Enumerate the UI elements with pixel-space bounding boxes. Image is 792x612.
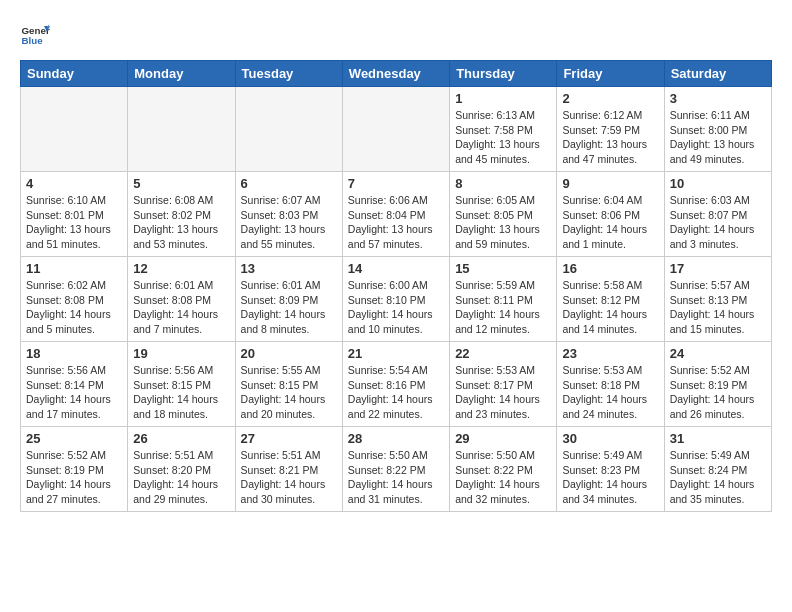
calendar-week-row: 1Sunrise: 6:13 AM Sunset: 7:58 PM Daylig…: [21, 87, 772, 172]
col-header-wednesday: Wednesday: [342, 61, 449, 87]
calendar-day-10: 10Sunrise: 6:03 AM Sunset: 8:07 PM Dayli…: [664, 172, 771, 257]
day-info: Sunrise: 6:00 AM Sunset: 8:10 PM Dayligh…: [348, 278, 444, 337]
day-info: Sunrise: 6:13 AM Sunset: 7:58 PM Dayligh…: [455, 108, 551, 167]
day-info: Sunrise: 5:59 AM Sunset: 8:11 PM Dayligh…: [455, 278, 551, 337]
day-number: 20: [241, 346, 337, 361]
logo-icon: General Blue: [20, 20, 50, 50]
day-info: Sunrise: 5:54 AM Sunset: 8:16 PM Dayligh…: [348, 363, 444, 422]
calendar-day-23: 23Sunrise: 5:53 AM Sunset: 8:18 PM Dayli…: [557, 342, 664, 427]
calendar-day-27: 27Sunrise: 5:51 AM Sunset: 8:21 PM Dayli…: [235, 427, 342, 512]
col-header-tuesday: Tuesday: [235, 61, 342, 87]
day-info: Sunrise: 5:52 AM Sunset: 8:19 PM Dayligh…: [26, 448, 122, 507]
day-info: Sunrise: 5:55 AM Sunset: 8:15 PM Dayligh…: [241, 363, 337, 422]
day-info: Sunrise: 5:56 AM Sunset: 8:14 PM Dayligh…: [26, 363, 122, 422]
day-number: 13: [241, 261, 337, 276]
day-number: 24: [670, 346, 766, 361]
day-info: Sunrise: 5:50 AM Sunset: 8:22 PM Dayligh…: [455, 448, 551, 507]
day-number: 19: [133, 346, 229, 361]
day-info: Sunrise: 6:03 AM Sunset: 8:07 PM Dayligh…: [670, 193, 766, 252]
day-info: Sunrise: 6:04 AM Sunset: 8:06 PM Dayligh…: [562, 193, 658, 252]
calendar-day-28: 28Sunrise: 5:50 AM Sunset: 8:22 PM Dayli…: [342, 427, 449, 512]
calendar-day-15: 15Sunrise: 5:59 AM Sunset: 8:11 PM Dayli…: [450, 257, 557, 342]
day-info: Sunrise: 5:53 AM Sunset: 8:17 PM Dayligh…: [455, 363, 551, 422]
day-number: 2: [562, 91, 658, 106]
calendar-day-13: 13Sunrise: 6:01 AM Sunset: 8:09 PM Dayli…: [235, 257, 342, 342]
day-number: 16: [562, 261, 658, 276]
calendar-day-24: 24Sunrise: 5:52 AM Sunset: 8:19 PM Dayli…: [664, 342, 771, 427]
calendar-week-row: 18Sunrise: 5:56 AM Sunset: 8:14 PM Dayli…: [21, 342, 772, 427]
calendar-day-2: 2Sunrise: 6:12 AM Sunset: 7:59 PM Daylig…: [557, 87, 664, 172]
day-number: 15: [455, 261, 551, 276]
logo: General Blue: [20, 20, 50, 50]
day-info: Sunrise: 6:08 AM Sunset: 8:02 PM Dayligh…: [133, 193, 229, 252]
calendar-table: SundayMondayTuesdayWednesdayThursdayFrid…: [20, 60, 772, 512]
calendar-day-empty: [235, 87, 342, 172]
day-number: 8: [455, 176, 551, 191]
day-info: Sunrise: 6:05 AM Sunset: 8:05 PM Dayligh…: [455, 193, 551, 252]
col-header-friday: Friday: [557, 61, 664, 87]
calendar-day-30: 30Sunrise: 5:49 AM Sunset: 8:23 PM Dayli…: [557, 427, 664, 512]
day-info: Sunrise: 5:49 AM Sunset: 8:24 PM Dayligh…: [670, 448, 766, 507]
day-number: 5: [133, 176, 229, 191]
calendar-day-3: 3Sunrise: 6:11 AM Sunset: 8:00 PM Daylig…: [664, 87, 771, 172]
calendar-day-5: 5Sunrise: 6:08 AM Sunset: 8:02 PM Daylig…: [128, 172, 235, 257]
day-info: Sunrise: 6:01 AM Sunset: 8:08 PM Dayligh…: [133, 278, 229, 337]
day-number: 6: [241, 176, 337, 191]
day-number: 9: [562, 176, 658, 191]
calendar-day-22: 22Sunrise: 5:53 AM Sunset: 8:17 PM Dayli…: [450, 342, 557, 427]
day-info: Sunrise: 6:06 AM Sunset: 8:04 PM Dayligh…: [348, 193, 444, 252]
day-number: 14: [348, 261, 444, 276]
calendar-day-26: 26Sunrise: 5:51 AM Sunset: 8:20 PM Dayli…: [128, 427, 235, 512]
day-number: 29: [455, 431, 551, 446]
calendar-week-row: 25Sunrise: 5:52 AM Sunset: 8:19 PM Dayli…: [21, 427, 772, 512]
day-info: Sunrise: 6:10 AM Sunset: 8:01 PM Dayligh…: [26, 193, 122, 252]
calendar-day-17: 17Sunrise: 5:57 AM Sunset: 8:13 PM Dayli…: [664, 257, 771, 342]
day-number: 23: [562, 346, 658, 361]
col-header-sunday: Sunday: [21, 61, 128, 87]
day-info: Sunrise: 6:02 AM Sunset: 8:08 PM Dayligh…: [26, 278, 122, 337]
day-number: 3: [670, 91, 766, 106]
calendar-day-25: 25Sunrise: 5:52 AM Sunset: 8:19 PM Dayli…: [21, 427, 128, 512]
day-number: 25: [26, 431, 122, 446]
calendar-day-21: 21Sunrise: 5:54 AM Sunset: 8:16 PM Dayli…: [342, 342, 449, 427]
day-info: Sunrise: 5:52 AM Sunset: 8:19 PM Dayligh…: [670, 363, 766, 422]
calendar-header-row: SundayMondayTuesdayWednesdayThursdayFrid…: [21, 61, 772, 87]
calendar-day-8: 8Sunrise: 6:05 AM Sunset: 8:05 PM Daylig…: [450, 172, 557, 257]
day-number: 12: [133, 261, 229, 276]
calendar-day-31: 31Sunrise: 5:49 AM Sunset: 8:24 PM Dayli…: [664, 427, 771, 512]
calendar-day-14: 14Sunrise: 6:00 AM Sunset: 8:10 PM Dayli…: [342, 257, 449, 342]
day-info: Sunrise: 5:51 AM Sunset: 8:20 PM Dayligh…: [133, 448, 229, 507]
calendar-day-4: 4Sunrise: 6:10 AM Sunset: 8:01 PM Daylig…: [21, 172, 128, 257]
calendar-day-11: 11Sunrise: 6:02 AM Sunset: 8:08 PM Dayli…: [21, 257, 128, 342]
day-number: 26: [133, 431, 229, 446]
day-info: Sunrise: 5:49 AM Sunset: 8:23 PM Dayligh…: [562, 448, 658, 507]
day-info: Sunrise: 6:12 AM Sunset: 7:59 PM Dayligh…: [562, 108, 658, 167]
calendar-week-row: 11Sunrise: 6:02 AM Sunset: 8:08 PM Dayli…: [21, 257, 772, 342]
day-number: 7: [348, 176, 444, 191]
day-number: 18: [26, 346, 122, 361]
day-info: Sunrise: 5:56 AM Sunset: 8:15 PM Dayligh…: [133, 363, 229, 422]
day-number: 4: [26, 176, 122, 191]
day-info: Sunrise: 5:51 AM Sunset: 8:21 PM Dayligh…: [241, 448, 337, 507]
calendar-day-20: 20Sunrise: 5:55 AM Sunset: 8:15 PM Dayli…: [235, 342, 342, 427]
day-info: Sunrise: 5:50 AM Sunset: 8:22 PM Dayligh…: [348, 448, 444, 507]
day-number: 10: [670, 176, 766, 191]
day-number: 11: [26, 261, 122, 276]
col-header-monday: Monday: [128, 61, 235, 87]
day-number: 22: [455, 346, 551, 361]
calendar-day-7: 7Sunrise: 6:06 AM Sunset: 8:04 PM Daylig…: [342, 172, 449, 257]
calendar-day-29: 29Sunrise: 5:50 AM Sunset: 8:22 PM Dayli…: [450, 427, 557, 512]
svg-text:Blue: Blue: [22, 35, 44, 46]
calendar-day-12: 12Sunrise: 6:01 AM Sunset: 8:08 PM Dayli…: [128, 257, 235, 342]
day-number: 28: [348, 431, 444, 446]
day-number: 21: [348, 346, 444, 361]
day-number: 27: [241, 431, 337, 446]
calendar-day-empty: [342, 87, 449, 172]
day-number: 31: [670, 431, 766, 446]
col-header-saturday: Saturday: [664, 61, 771, 87]
calendar-day-19: 19Sunrise: 5:56 AM Sunset: 8:15 PM Dayli…: [128, 342, 235, 427]
day-info: Sunrise: 5:57 AM Sunset: 8:13 PM Dayligh…: [670, 278, 766, 337]
col-header-thursday: Thursday: [450, 61, 557, 87]
calendar-day-empty: [21, 87, 128, 172]
calendar-day-6: 6Sunrise: 6:07 AM Sunset: 8:03 PM Daylig…: [235, 172, 342, 257]
